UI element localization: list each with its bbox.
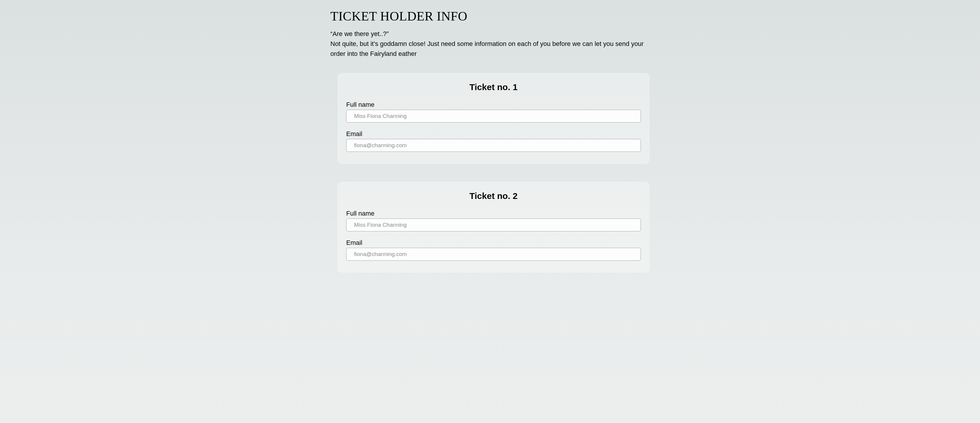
ticket-title: Ticket no. 1 [346, 82, 641, 92]
ticket-title: Ticket no. 2 [346, 191, 641, 201]
intro-line-1: “Are we there yet..?” [330, 30, 389, 38]
fullname-label: Full name [346, 101, 641, 109]
intro-line-2: Not quite, but it’s goddamn close! Just … [330, 40, 644, 57]
ticket-card: Ticket no. 2 Full name Email [337, 182, 650, 273]
field-fullname: Full name [346, 210, 641, 231]
field-email: Email [346, 239, 641, 261]
intro-text: “Are we there yet..?” Not quite, but it’… [330, 29, 650, 59]
email-input[interactable] [346, 139, 641, 152]
email-label: Email [346, 130, 641, 138]
fullname-label: Full name [346, 210, 641, 217]
ticket-card: Ticket no. 1 Full name Email [337, 73, 650, 164]
email-input[interactable] [346, 248, 641, 261]
field-email: Email [346, 130, 641, 152]
fullname-input[interactable] [346, 219, 641, 231]
email-label: Email [346, 239, 641, 247]
page-title: TICKET HOLDER INFO [330, 9, 650, 24]
fullname-input[interactable] [346, 110, 641, 123]
field-fullname: Full name [346, 101, 641, 123]
